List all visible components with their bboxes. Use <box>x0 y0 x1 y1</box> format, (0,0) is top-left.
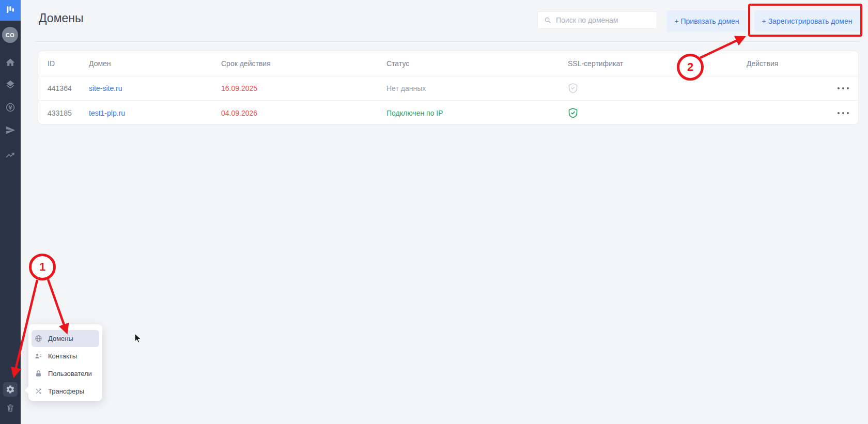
annotation-step-1: 1 <box>29 254 56 280</box>
transfer-icon <box>35 387 43 396</box>
trash-icon[interactable] <box>6 403 15 413</box>
settings-icon[interactable] <box>3 382 18 397</box>
expiry-date: 04.09.2026 <box>221 109 257 117</box>
globe-icon <box>35 335 43 343</box>
layers-icon[interactable] <box>5 80 16 90</box>
menu-item-label: Пользователи <box>48 370 92 378</box>
search-icon <box>544 17 551 24</box>
menu-item-label: Трансферы <box>48 387 84 395</box>
integrations-icon[interactable] <box>5 102 16 113</box>
menu-item-label: Домены <box>48 335 73 342</box>
avatar[interactable]: CO <box>2 27 18 43</box>
table-header-row: ID Домен Срок действия Статус SSL-сертиф… <box>38 51 858 76</box>
row-actions-menu-icon[interactable] <box>836 109 850 117</box>
col-id: ID <box>48 59 55 68</box>
menu-item-label: Контакты <box>48 352 77 360</box>
table-row: 433185 test1-plp.ru 04.09.2026 Подключен… <box>38 101 858 125</box>
annotation-step-2-number: 2 <box>687 60 693 74</box>
domain-link[interactable]: test1-plp.ru <box>89 109 125 117</box>
contacts-icon <box>35 352 43 360</box>
search-input[interactable] <box>556 16 649 24</box>
search-box <box>537 11 657 29</box>
domain-id: 441364 <box>48 84 72 92</box>
mouse-cursor-icon <box>135 334 141 342</box>
register-domain-button[interactable]: + Зарегистрировать домен <box>754 10 860 32</box>
annotation-arrow-1b <box>48 279 65 326</box>
menu-item-contacts[interactable]: Контакты <box>32 348 99 365</box>
menu-item-transfers[interactable]: Трансферы <box>32 383 99 400</box>
settings-popup-menu: Домены Контакты Пользователи Трансферы <box>28 324 102 401</box>
col-expiry: Срок действия <box>221 59 271 68</box>
col-domain: Домен <box>89 59 111 68</box>
domain-link[interactable]: site-site.ru <box>89 84 122 92</box>
annotation-step-1-number: 1 <box>39 260 45 274</box>
app-logo-icon[interactable] <box>0 0 21 21</box>
home-icon[interactable] <box>5 57 16 68</box>
domains-table: ID Домен Срок действия Статус SSL-сертиф… <box>38 51 859 124</box>
send-icon[interactable] <box>5 125 16 135</box>
header-divider <box>35 41 859 42</box>
sidebar: CO <box>0 0 21 424</box>
domain-id: 433185 <box>48 109 72 117</box>
link-domain-button[interactable]: + Привязать домен <box>667 10 747 32</box>
row-actions-menu-icon[interactable] <box>836 84 850 92</box>
stats-icon[interactable] <box>5 150 16 160</box>
active-shield-check-icon <box>568 107 578 119</box>
menu-item-users[interactable]: Пользователи <box>32 365 99 382</box>
col-actions: Действия <box>747 59 778 68</box>
menu-item-domains[interactable]: Домены <box>32 330 99 347</box>
col-status: Статус <box>386 59 409 68</box>
status-text: Нет данных <box>386 84 426 92</box>
table-row: 441364 site-site.ru 16.09.2025 Нет данны… <box>38 76 858 101</box>
inactive-shield-check-icon <box>568 83 578 94</box>
status-text: Подключен по IP <box>386 109 443 117</box>
page-title: Домены <box>39 11 83 25</box>
col-ssl: SSL-сертификат <box>568 59 623 68</box>
annotation-step-2: 2 <box>677 54 704 81</box>
lock-icon <box>35 370 43 378</box>
expiry-date: 16.09.2025 <box>221 84 257 92</box>
